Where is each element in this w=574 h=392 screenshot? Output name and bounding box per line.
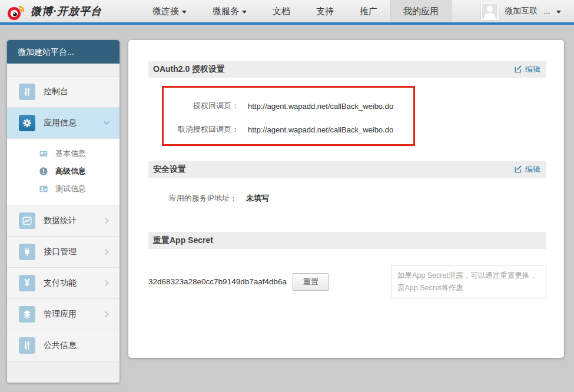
brand[interactable]: 微博·开放平台	[0, 0, 132, 22]
weibo-logo-icon	[6, 1, 27, 21]
chevron-down-icon	[102, 118, 111, 128]
avatar	[481, 2, 499, 20]
section-title: 重置App Secret	[153, 235, 213, 246]
user-name: 微加互联	[505, 6, 537, 16]
sidebar-subitem-label: 基本信息	[55, 148, 86, 159]
sidebar-footer	[7, 361, 120, 383]
chevron-right-icon	[102, 310, 111, 319]
sliders-icon	[19, 84, 35, 100]
security-section-header: 安全设置 编辑	[148, 161, 546, 178]
chevron-right-icon	[102, 216, 111, 225]
sidebar-item-public-info[interactable]: 公共信息	[7, 330, 120, 361]
field-row: 授权回调页： http://agent.wapadd.net/callBack_…	[170, 101, 413, 111]
sidebar-item-label: 接口管理	[44, 247, 77, 257]
chevron-right-icon	[102, 247, 111, 257]
sidebar-item-manage-apps[interactable]: 管理应用	[7, 299, 120, 330]
callback-highlight-box: 授权回调页： http://agent.wapadd.net/callBack_…	[162, 86, 415, 146]
callback-url-value: http://agent.wapadd.net/callBack_weibo.d…	[248, 102, 393, 111]
id-card-icon	[39, 149, 48, 158]
user-caret-icon	[556, 11, 561, 14]
oauth-edit-button[interactable]: 编辑	[514, 64, 540, 75]
main-panel: OAuth2.0 授权设置 编辑 授权回调页： http://agent.wap…	[128, 40, 564, 358]
sidebar-item-label: 应用信息	[44, 118, 77, 128]
edit-label: 编辑	[525, 164, 540, 175]
cancel-callback-url-value: http://agent.wapadd.net/callBack_weibo.d…	[248, 125, 393, 134]
gear-icon	[19, 115, 35, 131]
nav-label: 我的应用	[403, 6, 439, 17]
secret-row: 32d68323a28e0cc7b9149db7aaf4db6a 重置 如果Ap…	[148, 265, 546, 298]
nav-docs[interactable]: 文档	[260, 0, 303, 22]
layers-icon	[19, 306, 35, 323]
chevron-right-icon	[102, 278, 111, 288]
sidebar-submenu: 基本信息 高级信息 测试信息	[7, 139, 120, 205]
exclamation-icon	[39, 167, 48, 176]
dropdown-caret-icon	[182, 11, 187, 14]
sidebar-item-label: 支付功能	[44, 278, 77, 288]
user-name-suffix: ...	[543, 6, 550, 16]
brand-title: 微博·开放平台	[31, 4, 102, 18]
field-label: 应用的服务IP地址：	[168, 193, 237, 204]
reset-secret-section-header: 重置App Secret	[148, 232, 546, 249]
user-menu[interactable]: 微加互联 ...	[481, 0, 574, 22]
sidebar-item-app-info[interactable]: 应用信息	[7, 108, 120, 139]
top-header: 微博·开放平台 微连接 微服务 文档 支持 推广 我的应用 微加	[0, 0, 574, 25]
edit-icon	[514, 65, 522, 74]
dropdown-caret-icon	[242, 11, 247, 14]
sidebar-item-console[interactable]: 控制台	[7, 77, 120, 108]
nav-label: 微连接	[152, 6, 179, 17]
nav-my-apps[interactable]: 我的应用	[390, 0, 452, 22]
chart-icon	[19, 212, 35, 229]
sidebar-subitem-advanced-info[interactable]: 高级信息	[7, 162, 120, 180]
app-secret-value: 32d68323a28e0cc7b9149db7aaf4db6a	[148, 277, 287, 286]
ip-address-value: 未填写	[246, 193, 269, 204]
edit-icon	[514, 165, 522, 174]
sidebar-subitem-basic-info[interactable]: 基本信息	[7, 145, 120, 162]
sidebar-item-label: 管理应用	[44, 309, 77, 320]
nav-support[interactable]: 支持	[303, 0, 347, 22]
main-nav: 微连接 微服务 文档 支持 推广 我的应用	[140, 0, 452, 22]
oauth-section-header: OAuth2.0 授权设置 编辑	[148, 61, 546, 78]
reset-button[interactable]: 重置	[293, 273, 329, 291]
sidebar-app-title[interactable]: 微加建站平台...	[7, 40, 120, 64]
sidebar-subitem-label: 高级信息	[55, 166, 86, 177]
sidebar-subitem-test-info[interactable]: 测试信息	[7, 180, 120, 198]
nav-label: 推广	[360, 6, 377, 17]
nav-weiservice[interactable]: 微服务	[200, 0, 260, 22]
plug-icon	[19, 244, 35, 260]
sidebar-item-label: 公共信息	[44, 340, 77, 351]
nav-label: 文档	[273, 6, 290, 17]
field-label: 授权回调页：	[170, 101, 239, 111]
sidebar-item-label: 控制台	[44, 87, 68, 97]
sidebar-subitem-label: 测试信息	[55, 184, 86, 194]
sidebar-spacer	[7, 64, 120, 77]
edit-label: 编辑	[525, 64, 540, 75]
yen-glyph: ¥	[25, 278, 30, 288]
secret-note: 如果App Secret泄露，可以通过重置更换，原App Secret将作废	[391, 265, 546, 298]
yen-icon: ¥	[19, 275, 35, 291]
section-title: OAuth2.0 授权设置	[153, 64, 225, 75]
nav-weiconnect[interactable]: 微连接	[140, 0, 200, 22]
sliders-icon	[19, 337, 35, 354]
field-row: 取消授权回调页： http://agent.wapadd.net/callBac…	[170, 124, 413, 135]
field-label: 取消授权回调页：	[170, 124, 239, 135]
nav-label: 支持	[316, 6, 334, 17]
sidebar-item-api-management[interactable]: 接口管理	[7, 237, 120, 268]
field-row: 应用的服务IP地址： 未填写	[168, 193, 546, 204]
nav-promotion[interactable]: 推广	[347, 0, 390, 22]
sidebar-item-data-stats[interactable]: 数据统计	[7, 205, 120, 237]
nav-label: 微服务	[213, 6, 239, 17]
sidebar-item-payment[interactable]: ¥ 支付功能	[7, 268, 120, 299]
sidebar-item-label: 数据统计	[44, 215, 77, 226]
sidebar: 微加建站平台... 控制台 应用信息 基本信息 高级信息 测试信息	[7, 40, 120, 383]
section-title: 安全设置	[153, 164, 186, 175]
security-edit-button[interactable]: 编辑	[514, 164, 540, 175]
user-check-icon	[39, 184, 48, 194]
person-icon	[482, 4, 497, 19]
